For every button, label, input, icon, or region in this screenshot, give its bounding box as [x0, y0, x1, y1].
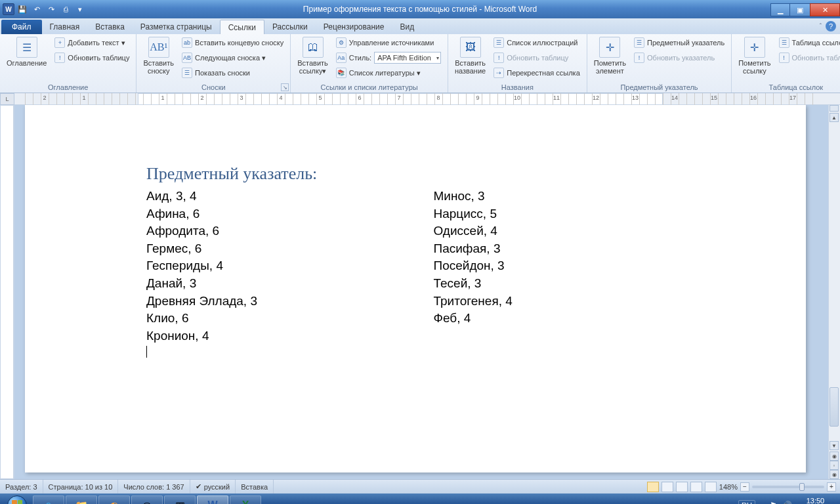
manage-sources-button[interactable]: ⚙Управление источниками	[333, 35, 444, 50]
caption-icon: 🖼	[460, 37, 481, 58]
help-icon[interactable]: ?	[826, 21, 836, 32]
tab-insert[interactable]: Вставка	[87, 20, 133, 34]
title-bar: W 💾 ↶ ↷ ⎙ ▾ Пример оформления текста с п…	[0, 0, 840, 18]
zoom-out-button[interactable]: −	[740, 482, 749, 492]
task-chrome[interactable]: ◉	[131, 495, 163, 504]
next-footnote-button[interactable]: ABСледующая сноска ▾	[179, 51, 286, 65]
tab-view[interactable]: Вид	[392, 20, 422, 34]
browse-object-button[interactable]: ◦	[830, 461, 839, 470]
task-unknown[interactable]: ▦	[164, 495, 196, 504]
close-button[interactable]: ✕	[810, 3, 840, 16]
proofing-icon: ✔	[196, 482, 201, 491]
tray-language[interactable]: RU	[738, 500, 755, 504]
index-heading: Предметный указатель:	[146, 164, 694, 184]
update-figures-button[interactable]: !Обновить таблицу	[491, 51, 583, 65]
update-toc-button[interactable]: !Обновить таблицу	[52, 51, 132, 65]
view-draft-button[interactable]	[705, 482, 717, 492]
zoom-in-button[interactable]: +	[827, 482, 836, 492]
qat-save-icon[interactable]: 💾	[16, 3, 29, 16]
tab-review[interactable]: Рецензирование	[316, 20, 392, 34]
insert-footnote-button[interactable]: AB¹ Вставить сноску	[140, 35, 177, 82]
status-wordcount[interactable]: Число слов: 1 367	[118, 480, 190, 494]
cross-reference-button[interactable]: ⇢Перекрестная ссылка	[491, 66, 583, 80]
start-button[interactable]	[3, 494, 32, 504]
tray-flag-icon[interactable]: ⚑	[770, 501, 777, 504]
zoom-slider[interactable]	[752, 486, 824, 488]
horizontal-ruler[interactable]: L 211234567891011121314151617	[0, 93, 840, 105]
system-tray: RU ▴ ⚑ 🔊 13:50 19.11.2014	[738, 497, 837, 504]
toc-button[interactable]: ☰ Оглавление	[4, 35, 49, 82]
insert-footnote-label: Вставить сноску	[143, 59, 174, 75]
qat-customize-icon[interactable]: ▾	[74, 3, 87, 16]
insert-index-button[interactable]: ☰Предметный указатель	[631, 35, 727, 50]
insert-citation-button[interactable]: 🕮 Вставить ссылку▾	[295, 35, 331, 82]
scroll-thumb[interactable]	[830, 387, 839, 427]
prev-page-button[interactable]: ◉	[830, 452, 839, 461]
update-authorities-button[interactable]: !Обновить таблицу	[776, 51, 841, 65]
footnotes-dialog-launcher[interactable]: ↘	[281, 83, 289, 91]
qat-redo-icon[interactable]: ↷	[45, 3, 58, 16]
update-index-button[interactable]: !Обновить указатель	[631, 51, 727, 65]
table-of-figures-button[interactable]: ☰Список иллюстраций	[491, 35, 583, 50]
tab-pagelayout[interactable]: Разметка страницы	[133, 20, 220, 34]
task-ie[interactable]: e	[33, 495, 64, 504]
tab-home[interactable]: Главная	[42, 20, 88, 34]
vertical-scrollbar[interactable]: ▲ ▼ ◉ ◦ ◉	[828, 105, 840, 479]
maximize-button[interactable]: ▣	[790, 3, 810, 16]
tab-mailings[interactable]: Рассылки	[264, 20, 316, 34]
mark-citation-button[interactable]: ✛ Пометить ссылку	[736, 35, 773, 82]
scroll-up-button[interactable]: ▲	[830, 113, 839, 122]
show-footnotes-button[interactable]: ☰Показать сноски	[179, 66, 286, 80]
update-authorities-label: Обновить таблицу	[792, 54, 841, 62]
task-word[interactable]: W	[197, 495, 228, 504]
plus-icon: +	[54, 37, 65, 48]
minimize-ribbon-icon[interactable]: ˆ	[820, 23, 822, 30]
group-toc-label: Оглавление	[4, 82, 132, 93]
tab-selector[interactable]: L	[0, 93, 14, 105]
zoom-thumb[interactable]	[799, 483, 805, 491]
view-fullscreen-button[interactable]	[662, 482, 673, 492]
view-web-button[interactable]	[676, 482, 688, 492]
scroll-down-button[interactable]: ▼	[830, 441, 839, 450]
index-entry: Данай, 3	[146, 275, 408, 293]
status-section[interactable]: Раздел: 3	[0, 480, 43, 494]
next-page-button[interactable]: ◉	[830, 470, 839, 479]
tray-show-hidden-icon[interactable]: ▴	[761, 501, 765, 504]
page[interactable]: Предметный указатель: Аид, 3, 4Афина, 6А…	[25, 105, 806, 472]
footnote-icon: AB¹	[148, 37, 169, 58]
update-toc-label: Обновить таблицу	[68, 54, 129, 62]
tab-file[interactable]: Файл	[1, 20, 42, 34]
bibliography-label: Список литературы ▾	[349, 69, 421, 77]
qat-undo-icon[interactable]: ↶	[30, 3, 43, 16]
mark-entry-label: Пометить элемент	[594, 59, 626, 75]
insert-caption-button[interactable]: 🖼 Вставить название	[452, 35, 488, 82]
index-icon: ☰	[634, 37, 644, 48]
tray-volume-icon[interactable]: 🔊	[782, 501, 792, 504]
show-footnotes-label: Показать сноски	[195, 69, 250, 77]
view-printlayout-button[interactable]	[647, 482, 659, 492]
minimize-button[interactable]: ▁	[770, 3, 790, 16]
status-proofing[interactable]: ✔русский	[190, 480, 236, 494]
qat-print-icon[interactable]: ⎙	[59, 3, 72, 16]
next-footnote-label: Следующая сноска ▾	[195, 54, 266, 62]
citation-style-combo[interactable]: APA Fifth Edition	[374, 52, 441, 64]
zoom-level[interactable]: 148%	[719, 483, 738, 491]
status-insertmode[interactable]: Вставка	[236, 480, 274, 494]
view-outline-button[interactable]	[690, 482, 702, 492]
tab-references[interactable]: Ссылки	[220, 20, 264, 34]
index-entry: Геспериды, 4	[146, 257, 408, 275]
task-explorer[interactable]: 📁	[66, 495, 97, 504]
tray-clock[interactable]: 13:50 19.11.2014	[797, 497, 833, 504]
status-page[interactable]: Страница: 10 из 10	[43, 480, 119, 494]
split-handle[interactable]	[830, 105, 839, 112]
bibliography-button[interactable]: 📚Список литературы ▾	[333, 66, 444, 80]
table-authorities-label: Таблица ссылок	[792, 39, 841, 47]
mark-entry-button[interactable]: ✛ Пометить элемент	[591, 35, 629, 82]
task-excel[interactable]: X	[230, 495, 261, 504]
add-text-button[interactable]: +Добавить текст ▾	[52, 35, 132, 50]
vertical-ruler[interactable]	[0, 105, 14, 479]
refresh-icon: !	[54, 52, 65, 63]
insert-endnote-button[interactable]: abВставить концевую сноску	[179, 35, 286, 50]
task-mediaplayer[interactable]: ◐	[98, 495, 130, 504]
table-authorities-button[interactable]: ☰Таблица ссылок	[776, 35, 841, 50]
